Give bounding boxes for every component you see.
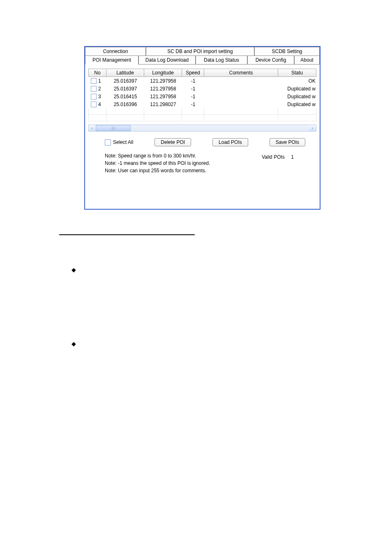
valid-pois-value: 1 <box>291 154 294 160</box>
tab-panel-poi-management: No Latitude Longitude Speed Comments Sta… <box>85 64 320 210</box>
cell-speed: -1 <box>182 78 204 84</box>
tab-scdb-setting[interactable]: SCDB Setting <box>254 47 320 56</box>
tabs-row-1: Connection SC DB and POI import setting … <box>85 47 320 56</box>
cell-no: 3 <box>98 94 101 99</box>
table-row[interactable]: 1 25.016397 121.297958 -1 OK <box>88 77 316 85</box>
horizontal-scrollbar[interactable]: ‹ › <box>88 125 316 132</box>
app-window: Connection SC DB and POI import setting … <box>84 46 321 210</box>
cell-latitude: 25.016397 <box>106 86 144 92</box>
column-header-no[interactable]: No <box>88 69 106 77</box>
poi-table: No Latitude Longitude Speed Comments Sta… <box>88 69 316 132</box>
bullet-diamond-icon: ◆ <box>71 340 76 347</box>
cell-status: Duplicated w <box>278 94 316 99</box>
tab-scdb-import[interactable]: SC DB and POI import setting <box>146 47 254 56</box>
scroll-grip-icon <box>111 127 115 130</box>
cell-latitude: 25.016415 <box>106 94 144 99</box>
table-empty-row <box>88 115 316 121</box>
table-row[interactable]: 3 25.016415 121.297958 -1 Duplicated w <box>88 92 316 100</box>
table-empty-row <box>88 108 316 115</box>
column-header-speed[interactable]: Speed <box>182 69 204 77</box>
scroll-track[interactable] <box>96 125 309 131</box>
cell-longitude: 121.297958 <box>144 94 182 99</box>
cell-status: Duplicated w <box>278 102 316 107</box>
checkbox-icon[interactable] <box>105 139 111 146</box>
table-row[interactable]: 4 25.016396 121.298027 -1 Duplicated w <box>88 100 316 108</box>
load-pois-button[interactable]: Load POIs <box>212 138 248 146</box>
note-line-3: Note: User can input 255 words for comme… <box>105 167 316 174</box>
cell-no: 4 <box>98 102 101 107</box>
save-pois-button[interactable]: Save POIs <box>270 138 305 146</box>
valid-pois-readout: Valid POIs 1 <box>262 154 294 160</box>
column-header-latitude[interactable]: Latitude <box>106 69 144 77</box>
cell-latitude: 25.016396 <box>106 102 144 107</box>
tab-about[interactable]: About <box>294 56 320 65</box>
tab-poi-management[interactable]: POI Management <box>85 56 138 65</box>
cell-speed: -1 <box>182 94 204 99</box>
select-all-checkbox[interactable]: Select All <box>105 139 133 146</box>
row-checkbox[interactable] <box>91 86 97 92</box>
cell-no: 1 <box>98 78 101 84</box>
tabs-row-2: POI Management Data Log Download Data Lo… <box>85 56 320 65</box>
table-body: 1 25.016397 121.297958 -1 OK 2 25.016397… <box>88 77 316 125</box>
page: Connection SC DB and POI import setting … <box>0 0 392 555</box>
cell-no: 2 <box>98 86 101 92</box>
tab-data-log-status[interactable]: Data Log Status <box>196 56 247 65</box>
bullet-diamond-icon: ◆ <box>71 266 76 273</box>
scroll-left-arrow-icon[interactable]: ‹ <box>89 125 96 131</box>
cell-latitude: 25.016397 <box>106 78 144 84</box>
row-checkbox[interactable] <box>91 102 97 107</box>
table-header: No Latitude Longitude Speed Comments Sta… <box>88 69 316 77</box>
tab-connection[interactable]: Connection <box>85 47 146 56</box>
scroll-right-arrow-icon[interactable]: › <box>309 125 316 131</box>
cell-status: Duplicated w <box>278 86 316 92</box>
tab-device-config[interactable]: Device Config <box>247 56 294 65</box>
column-header-status[interactable]: Statu <box>278 69 316 77</box>
column-header-longitude[interactable]: Longitude <box>144 69 182 77</box>
cell-longitude: 121.297958 <box>144 78 182 84</box>
cell-speed: -1 <box>182 102 204 107</box>
table-row[interactable]: 2 25.016397 121.297958 -1 Duplicated w <box>88 85 316 92</box>
row-checkbox[interactable] <box>91 78 97 84</box>
valid-pois-label: Valid POIs <box>262 154 285 160</box>
cell-longitude: 121.298027 <box>144 102 182 107</box>
cell-longitude: 121.297958 <box>144 86 182 92</box>
delete-poi-button[interactable]: Delete POI <box>154 138 191 146</box>
cell-speed: -1 <box>182 86 204 92</box>
row-checkbox[interactable] <box>91 94 97 99</box>
select-all-label: Select All <box>113 139 133 145</box>
column-header-comments[interactable]: Comments <box>204 69 278 77</box>
section-underline <box>59 234 195 235</box>
cell-status: OK <box>278 78 316 84</box>
note-line-2: Note: -1 means the speed of this POI is … <box>105 160 316 167</box>
tab-data-log-download[interactable]: Data Log Download <box>138 56 196 65</box>
controls-row: Select All Delete POI Load POIs Save POI… <box>88 138 316 146</box>
scroll-thumb[interactable] <box>96 125 131 131</box>
